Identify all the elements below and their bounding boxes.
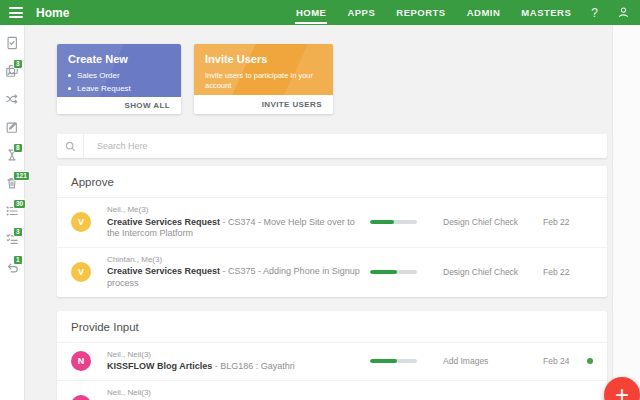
create-new-card: Create New Sales Order Leave Request SHO… [57,44,181,114]
task-row[interactable]: V Neil., Me(3) Creative Services Request… [57,197,607,247]
section-title: Approve [57,166,607,197]
badge: 30 [13,199,26,209]
progress-bar [370,359,417,363]
left-sidebar: 3 8 121 30 3 1 [0,25,25,400]
main-area: Create New Sales Order Leave Request SHO… [25,25,612,400]
status-dot [587,358,593,364]
hourglass-icon[interactable]: 8 [5,148,19,162]
progress-bar [370,270,417,274]
invite-users-subtitle: Invite users to participate in your acco… [205,71,322,91]
due-date: Feb 24 [543,356,585,366]
invite-users-body: Invite Users Invite users to participate… [194,44,333,95]
provide-input-section: Provide Input N Neil., Neil(3) KISSFLOW … [57,311,607,400]
task-title: Creative Services Request - CS375 - Addi… [107,266,360,289]
top-bar: Home HOME APPS REPORTS ADMIN MASTERS ? [0,0,640,25]
avatar: V [71,212,91,232]
help-icon[interactable]: ? [591,6,598,20]
invite-users-title: Invite Users [205,53,322,65]
task-row[interactable]: N Neil., Neil(3) KISSFLOW Blog Articles … [57,342,607,380]
search-icon[interactable] [57,134,84,158]
invite-users-card: Invite Users Invite users to participate… [194,44,333,114]
task-from: Neil., Neil(3) [107,388,360,397]
task-title: KISSFLOW Blog Articles - BLG186 : Gayath… [107,361,360,373]
due-date: Feb 22 [543,217,585,227]
tab-apps[interactable]: APPS [346,2,376,24]
task-title: Creative Services Request - CS374 - Move… [107,217,360,240]
person-icon[interactable] [617,6,630,19]
avatar: V [71,262,91,282]
badge: 3 [13,227,23,237]
create-new-item-sales-order[interactable]: Sales Order [68,71,170,80]
current-step: Design Chief Check [443,267,543,277]
current-step: Design Chief Check [443,217,543,227]
create-new-item-leave-request[interactable]: Leave Request [68,84,170,93]
right-rail [612,25,640,400]
list-icon[interactable]: 30 [5,204,19,218]
task-from: Neil., Neil(3) [107,350,360,359]
top-nav: HOME APPS REPORTS ADMIN MASTERS ? [295,2,630,24]
show-all-button[interactable]: SHOW ALL [57,97,181,114]
task-from: Chintan., Me(3) [107,255,360,264]
search-input[interactable] [84,141,607,151]
progress-bar [370,220,417,224]
task-row[interactable]: V Chintan., Me(3) Creative Services Requ… [57,247,607,297]
undo-icon[interactable]: 1 [5,260,19,274]
task-from: Neil., Me(3) [107,205,360,214]
document-check-icon[interactable] [5,36,19,50]
edit-icon[interactable] [5,120,19,134]
bullet-icon [68,74,71,77]
approve-section: Approve V Neil., Me(3) Creative Services… [57,166,607,297]
section-title: Provide Input [57,311,607,342]
tab-home[interactable]: HOME [295,2,328,24]
due-date: Feb 22 [543,267,585,277]
create-new-title: Create New [68,53,170,65]
page-title: Home [36,6,69,20]
current-step: Add Images [443,356,543,366]
avatar: N [71,351,91,371]
badge: 8 [13,143,23,153]
badge: 1 [13,255,23,265]
badge: 3 [13,59,23,69]
badge: 121 [13,171,30,181]
trash-icon[interactable]: 121 [5,176,19,190]
hamburger-icon[interactable] [9,5,23,21]
invite-users-button[interactable]: INVITE USERS [194,95,333,114]
search-bar [57,134,607,158]
shuffle-icon[interactable] [5,92,19,106]
tab-reports[interactable]: REPORTS [395,2,446,24]
image-copy-icon[interactable]: 3 [5,64,19,78]
create-new-body: Create New Sales Order Leave Request [57,44,181,97]
tasks-icon[interactable]: 3 [5,232,19,246]
tab-admin[interactable]: ADMIN [466,2,502,24]
tab-masters[interactable]: MASTERS [520,2,572,24]
avatar: N [71,395,91,400]
bullet-icon [68,87,71,90]
task-row[interactable]: N Neil., Neil(3) KiSSFLOW Blog Articles … [57,380,607,400]
